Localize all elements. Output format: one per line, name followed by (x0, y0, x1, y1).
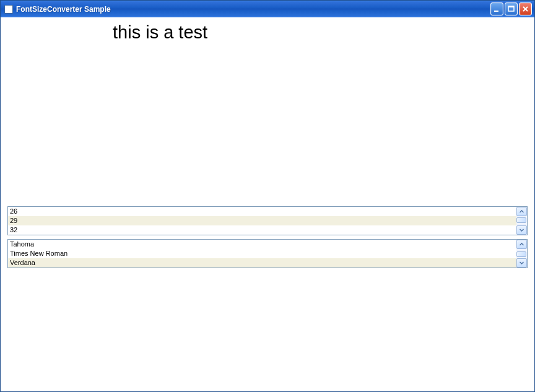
font-family-listbox[interactable]: Tahoma Times New Roman Verdana (7, 239, 528, 268)
scroll-track[interactable] (516, 216, 527, 225)
scroll-up-button[interactable] (516, 240, 527, 249)
scroll-down-button[interactable] (516, 225, 527, 235)
titlebar[interactable]: FontSizeConverter Sample (1, 1, 534, 17)
font-size-items: 26 29 32 (8, 207, 516, 235)
list-item[interactable]: Times New Roman (8, 249, 516, 258)
svg-rect-0 (494, 11, 498, 12)
list-item[interactable]: Verdana (8, 258, 516, 268)
scrollbar[interactable] (516, 240, 527, 268)
list-item[interactable]: 32 (8, 225, 516, 235)
window-title: FontSizeConverter Sample (16, 5, 490, 14)
scrollbar[interactable] (516, 207, 527, 235)
window-controls (490, 2, 532, 15)
scroll-track[interactable] (516, 249, 527, 258)
svg-rect-2 (508, 6, 514, 7)
maximize-button[interactable] (505, 2, 518, 15)
app-window: FontSizeConverter Sample this is a test … (0, 0, 535, 392)
scroll-thumb[interactable] (516, 251, 526, 257)
font-family-items: Tahoma Times New Roman Verdana (8, 240, 516, 268)
list-item[interactable]: Tahoma (8, 240, 516, 249)
app-icon (4, 5, 13, 14)
scroll-down-button[interactable] (516, 258, 527, 268)
client-area: this is a test 26 29 32 Tahom (1, 17, 534, 391)
sample-text: this is a test (113, 22, 207, 43)
font-size-listbox[interactable]: 26 29 32 (7, 206, 528, 235)
scroll-thumb[interactable] (516, 217, 526, 223)
minimize-button[interactable] (490, 2, 503, 15)
close-button[interactable] (519, 2, 532, 15)
list-item[interactable]: 29 (8, 216, 516, 225)
scroll-up-button[interactable] (516, 207, 527, 216)
list-item[interactable]: 26 (8, 207, 516, 216)
